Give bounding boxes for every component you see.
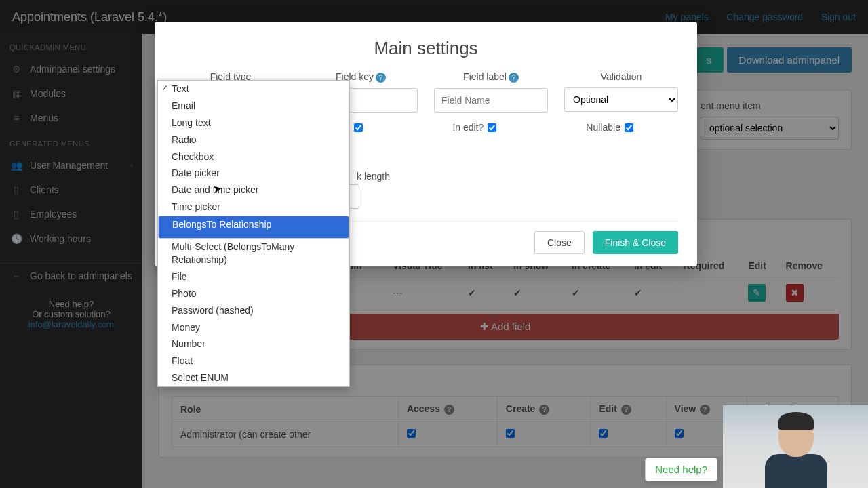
- col-fieldlabel-label: Field label?: [434, 71, 548, 83]
- dropdown-option[interactable]: Multi-Select (BelongsToMany Relationship…: [158, 239, 349, 268]
- dropdown-option[interactable]: Select ENUM: [158, 369, 349, 386]
- dropdown-option[interactable]: Money: [158, 319, 349, 336]
- help-icon[interactable]: ?: [376, 73, 386, 83]
- help-bubble[interactable]: Need help?: [645, 458, 717, 481]
- close-button[interactable]: Close: [534, 231, 585, 254]
- fieldlabel-input[interactable]: [434, 88, 548, 113]
- dropdown-option[interactable]: Number: [158, 336, 349, 352]
- nullable-checkbox[interactable]: Nullable: [586, 122, 633, 133]
- dropdown-option[interactable]: Date picker: [158, 165, 349, 182]
- dropdown-option[interactable]: BelongsTo Relationship: [158, 216, 349, 239]
- dropdown-option[interactable]: Long text: [158, 115, 349, 131]
- dropdown-option[interactable]: Text: [158, 81, 349, 98]
- dropdown-option[interactable]: Password (hashed): [158, 302, 349, 319]
- dropdown-option[interactable]: Checkbox: [158, 148, 349, 165]
- dropdown-option[interactable]: Time picker: [158, 199, 349, 216]
- dropdown-option[interactable]: Radio: [158, 131, 349, 148]
- inedit-checkbox[interactable]: In edit?: [452, 122, 496, 133]
- col-validation-label: Validation: [564, 71, 678, 82]
- dropdown-option[interactable]: Photo: [158, 285, 349, 302]
- finish-button[interactable]: Finish & Close: [593, 231, 678, 254]
- dropdown-option[interactable]: Date and time picker: [158, 182, 349, 199]
- dropdown-option[interactable]: Float: [158, 352, 349, 369]
- additional-label: k length: [357, 171, 678, 182]
- help-icon[interactable]: ?: [509, 73, 519, 83]
- validation-select[interactable]: Optional: [564, 87, 678, 112]
- dropdown-option[interactable]: Email: [158, 98, 349, 115]
- fieldtype-dropdown[interactable]: TextEmailLong textRadioCheckboxDate pick…: [157, 80, 350, 387]
- dropdown-option[interactable]: File: [158, 268, 349, 285]
- webcam-overlay: [723, 405, 868, 488]
- modal-title: Main settings: [174, 38, 678, 59]
